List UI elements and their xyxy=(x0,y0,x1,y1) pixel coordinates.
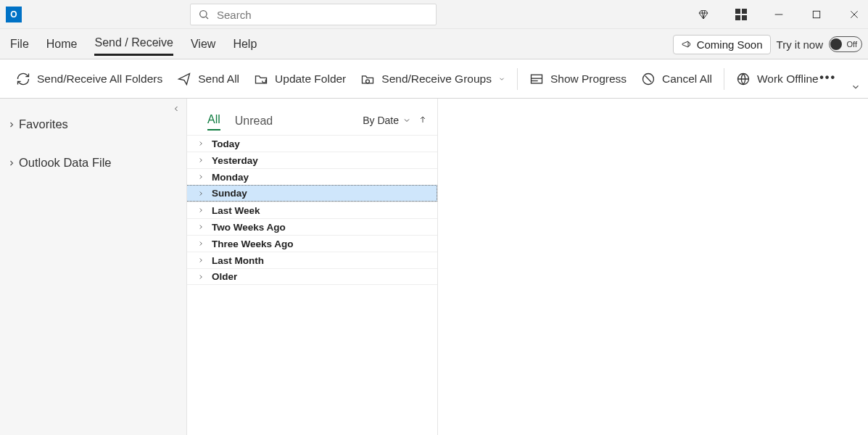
folder-sidebar: Favorites Outlook Data File xyxy=(0,99,187,435)
premium-icon[interactable] xyxy=(694,5,713,24)
sidebar-collapse-button[interactable] xyxy=(172,103,181,116)
chevron-right-icon xyxy=(197,223,204,231)
svg-rect-6 xyxy=(531,75,542,83)
update-folder-button[interactable]: Update Folder xyxy=(247,67,353,91)
coming-soon-button[interactable]: Coming Soon xyxy=(673,35,771,54)
date-group-label: Two Weeks Ago xyxy=(212,222,286,233)
sort-label: By Date xyxy=(363,115,399,126)
date-group-label: Monday xyxy=(212,172,249,183)
date-group-row[interactable]: Monday xyxy=(187,168,437,185)
list-sort-cluster: By Date xyxy=(363,115,427,126)
work-offline-label: Work Offline xyxy=(757,72,819,86)
qr-grid-icon[interactable] xyxy=(732,5,751,24)
ribbon-collapse-button[interactable] xyxy=(851,82,861,95)
chevron-right-icon xyxy=(197,240,204,247)
list-tab-all[interactable]: All xyxy=(207,113,220,130)
megaphone-icon xyxy=(681,38,693,50)
date-group-row[interactable]: Two Weeks Ago xyxy=(187,218,437,235)
sidebar-favorites-label: Favorites xyxy=(19,117,68,131)
svg-line-1 xyxy=(206,17,208,19)
date-group-row[interactable]: Last Week xyxy=(187,202,437,218)
send-all-button[interactable]: Send All xyxy=(170,67,247,91)
titlebar-controls xyxy=(694,0,864,29)
list-header: All Unread By Date xyxy=(187,99,437,130)
search-input[interactable] xyxy=(217,9,429,21)
send-icon xyxy=(177,72,191,86)
progress-icon xyxy=(529,72,544,86)
title-bar: O xyxy=(0,0,868,29)
outlook-app-icon: O xyxy=(6,7,22,22)
message-list-pane: All Unread By Date TodayYesterdayMondayS… xyxy=(187,99,438,435)
cancel-all-label: Cancel All xyxy=(662,72,712,86)
work-offline-button[interactable]: Work Offline xyxy=(729,67,826,91)
menu-tab-home[interactable]: Home xyxy=(46,33,78,55)
menu-right-cluster: Coming Soon Try it now Off xyxy=(673,29,862,59)
chevron-right-icon xyxy=(7,120,16,129)
groups-label: Send/Receive Groups xyxy=(381,72,492,86)
menu-tab-help[interactable]: Help xyxy=(233,33,257,55)
sidebar-data-file-label: Outlook Data File xyxy=(19,156,111,170)
refresh-icon xyxy=(16,72,30,86)
menu-bar: File Home Send / Receive View Help Comin… xyxy=(0,29,868,59)
coming-soon-label: Coming Soon xyxy=(697,38,763,51)
sidebar-data-file[interactable]: Outlook Data File xyxy=(0,150,186,175)
menu-tab-file[interactable]: File xyxy=(10,33,29,55)
minimize-button[interactable] xyxy=(769,5,788,24)
cancel-icon xyxy=(641,72,656,86)
chevron-down-icon xyxy=(851,82,861,92)
chevron-right-icon xyxy=(197,257,204,264)
chevron-right-icon xyxy=(197,273,204,281)
date-group-label: Last Month xyxy=(212,255,264,266)
folder-sync-icon xyxy=(360,72,375,86)
date-group-label: Today xyxy=(212,138,240,149)
globe-offline-icon xyxy=(736,72,751,86)
try-it-now-label[interactable]: Try it now xyxy=(777,38,823,51)
date-group-label: Yesterday xyxy=(212,155,258,166)
date-group-label: Three Weeks Ago xyxy=(212,239,294,249)
date-group-row[interactable]: Older xyxy=(187,268,437,285)
toggle-off-label: Off xyxy=(847,40,857,49)
svg-point-0 xyxy=(200,11,207,17)
arrow-up-icon xyxy=(418,115,427,124)
sort-by-date-button[interactable]: By Date xyxy=(363,115,411,126)
update-folder-label: Update Folder xyxy=(275,72,346,86)
chevron-right-icon xyxy=(197,140,204,147)
date-group-row[interactable]: Sunday xyxy=(187,185,437,202)
chevron-down-icon xyxy=(498,75,505,83)
chevron-right-icon xyxy=(197,190,204,197)
chevron-right-icon xyxy=(197,157,204,164)
date-group-label: Last Week xyxy=(212,205,260,216)
cancel-all-button[interactable]: Cancel All xyxy=(634,67,719,91)
send-receive-all-label: Send/Receive All Folders xyxy=(37,72,162,86)
try-it-toggle[interactable]: Off xyxy=(829,36,862,52)
show-progress-button[interactable]: Show Progress xyxy=(522,67,634,91)
chevron-right-icon xyxy=(197,173,204,181)
svg-rect-3 xyxy=(813,11,819,17)
ribbon: Send/Receive All Folders Send All Update… xyxy=(0,59,868,99)
date-groups: TodayYesterdayMondaySundayLast WeekTwo W… xyxy=(187,135,437,285)
sort-direction-button[interactable] xyxy=(418,115,427,126)
list-tab-unread[interactable]: Unread xyxy=(235,115,273,130)
send-receive-all-button[interactable]: Send/Receive All Folders xyxy=(9,67,170,91)
date-group-row[interactable]: Yesterday xyxy=(187,152,437,168)
date-group-row[interactable]: Today xyxy=(187,135,437,152)
ribbon-more-button[interactable]: ••• xyxy=(819,71,836,84)
svg-line-9 xyxy=(645,75,651,81)
show-progress-label: Show Progress xyxy=(550,72,627,86)
date-group-label: Older xyxy=(212,271,237,282)
close-button[interactable] xyxy=(845,5,864,24)
menu-tab-view[interactable]: View xyxy=(191,33,215,55)
send-receive-groups-button[interactable]: Send/Receive Groups xyxy=(353,67,513,91)
ribbon-divider xyxy=(517,68,518,90)
maximize-button[interactable] xyxy=(807,5,826,24)
date-group-row[interactable]: Three Weeks Ago xyxy=(187,235,437,252)
chevron-right-icon xyxy=(197,207,204,214)
menu-tab-send-receive[interactable]: Send / Receive xyxy=(94,32,173,56)
search-icon xyxy=(198,9,210,20)
sidebar-favorites[interactable]: Favorites xyxy=(0,112,186,137)
date-group-label: Sunday xyxy=(212,188,247,199)
chevron-left-icon xyxy=(172,104,181,113)
date-group-row[interactable]: Last Month xyxy=(187,252,437,268)
ribbon-divider xyxy=(724,68,724,90)
search-box[interactable] xyxy=(190,4,437,25)
